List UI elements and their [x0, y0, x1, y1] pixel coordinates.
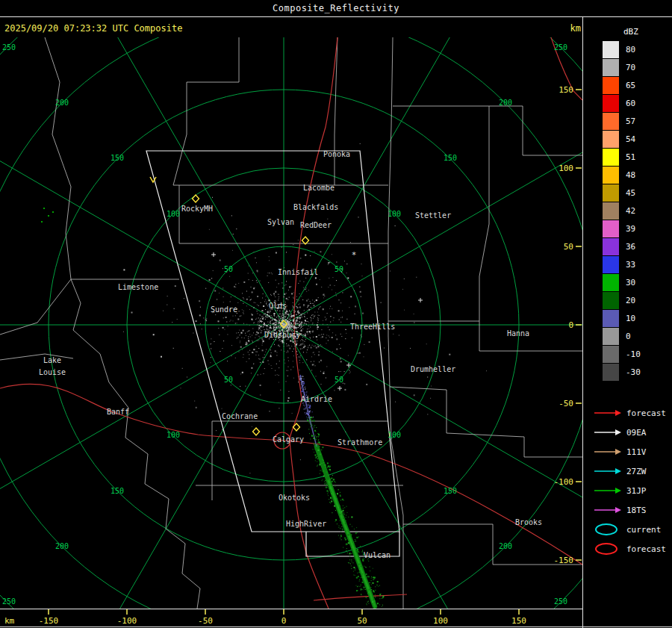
echo-dot [309, 405, 311, 407]
clutter-dot [284, 342, 284, 343]
clutter-dot [270, 317, 271, 318]
clutter-dot [314, 352, 314, 352]
clutter-dot [279, 375, 279, 376]
colorbar-swatch [603, 256, 619, 273]
clutter-dot [326, 335, 327, 335]
clutter-dot [340, 348, 341, 349]
echo-dot [329, 479, 329, 480]
clutter-dot [270, 355, 272, 357]
clutter-dot [123, 332, 124, 332]
echo-dot [346, 517, 346, 518]
clutter-dot [321, 287, 322, 287]
clutter-dot [200, 307, 201, 308]
echo-dot [339, 526, 340, 526]
clutter-dot [260, 326, 261, 327]
clutter-dot [329, 308, 330, 309]
echo-dot [344, 514, 345, 515]
colorbar-value-label: -10 [626, 349, 641, 359]
clutter-dot [282, 313, 283, 314]
clutter-dot [214, 290, 216, 292]
city-label: Blackfalds [293, 203, 338, 211]
clutter-dot [280, 390, 281, 391]
clutter-dot [267, 273, 268, 273]
echo-dot [382, 598, 382, 599]
echo-dot [340, 495, 341, 497]
bottom-axis-tick-label: -50 [198, 616, 213, 626]
clutter-dot [289, 346, 290, 346]
echo-dot [340, 500, 341, 500]
city-label: Calgary [273, 435, 304, 444]
echo-dot [351, 553, 352, 554]
echo-dot [325, 480, 326, 481]
clutter-dot [184, 298, 184, 299]
clutter-dot [235, 284, 236, 285]
clutter-dot [240, 386, 240, 387]
echo-dot [338, 527, 339, 528]
clutter-dot [293, 316, 294, 317]
echo-dot [306, 391, 307, 392]
clutter-dot [263, 327, 264, 328]
clutter-dot [270, 327, 271, 329]
clutter-dot [323, 373, 324, 374]
echo-dot [375, 586, 376, 587]
echo-dot [340, 528, 340, 529]
echo-dot [340, 513, 340, 514]
echo-dot [317, 442, 318, 443]
echo-dot [349, 562, 349, 563]
clutter-dot [211, 338, 211, 339]
echo-dot [307, 404, 308, 405]
clutter-dot [296, 317, 296, 318]
echo-dot [347, 530, 348, 531]
clutter-dot [340, 371, 341, 372]
clutter-dot [287, 346, 287, 346]
clutter-dot [273, 339, 274, 340]
clutter-dot [288, 391, 289, 392]
colorbar-value-label: 51 [626, 152, 635, 162]
clutter-dot [270, 326, 270, 326]
colorbar-value-label: 45 [626, 188, 635, 198]
clutter-dot [270, 355, 271, 355]
radar-map-canvas[interactable]: 5050505010010010010015015015015020020020… [0, 37, 582, 609]
clutter-dot [225, 317, 227, 318]
clutter-dot [288, 361, 289, 361]
clutter-dot [167, 305, 167, 305]
clutter-dot [299, 317, 299, 318]
clutter-dot [287, 299, 288, 300]
clutter-dot [286, 285, 287, 285]
clutter-dot [345, 329, 346, 330]
clutter-dot [276, 292, 276, 293]
clutter-dot [291, 293, 293, 294]
echo-dot [303, 379, 304, 379]
clutter-dot [345, 338, 346, 339]
clutter-dot [278, 316, 279, 317]
clutter-dot [291, 314, 292, 314]
clutter-dot [257, 311, 258, 311]
legend-item-label: 111V [626, 447, 647, 457]
echo-dot [375, 590, 376, 591]
clutter-dot [254, 322, 255, 323]
clutter-dot [279, 318, 279, 319]
clutter-dot [227, 361, 228, 361]
clutter-dot [362, 313, 364, 314]
clutter-dot [301, 327, 302, 328]
echo-dot [343, 512, 344, 513]
echo-dot [359, 572, 360, 573]
echo-dot [317, 458, 318, 459]
clutter-dot [325, 317, 326, 317]
clutter-dot [332, 277, 333, 278]
clutter-dot [324, 296, 325, 296]
clutter-dot [285, 317, 286, 317]
clutter-dot [314, 354, 315, 355]
clutter-dot [278, 294, 279, 295]
clutter-dot [290, 370, 291, 370]
clutter-dot [270, 294, 271, 295]
clutter-dot [321, 329, 322, 330]
clutter-dot [243, 323, 244, 324]
clutter-dot [242, 372, 243, 373]
legend-row: forecast [594, 539, 666, 559]
echo-dot [343, 517, 343, 518]
clutter-dot [332, 352, 333, 352]
clutter-dot [243, 303, 243, 304]
echo-dot [367, 604, 367, 605]
clutter-dot [320, 306, 321, 307]
